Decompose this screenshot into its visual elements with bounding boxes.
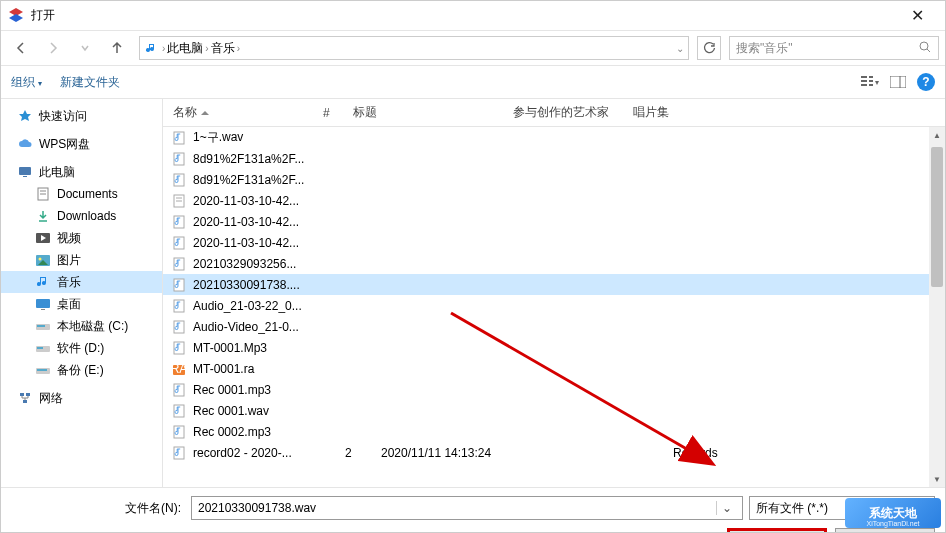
column-title[interactable]: 标题 <box>353 104 513 121</box>
column-headers: 名称 # 标题 参与创作的艺术家 唱片集 <box>163 99 945 127</box>
drive-icon <box>35 362 51 378</box>
scroll-up-icon[interactable]: ▲ <box>929 127 945 143</box>
file-row[interactable]: Rec 0001.mp3 <box>163 379 945 400</box>
file-row[interactable]: 8d91%2F131a%2F... <box>163 169 945 190</box>
sidebar-item-desktop[interactable]: 桌面 <box>1 293 162 315</box>
download-icon <box>35 208 51 224</box>
file-icon <box>171 319 187 335</box>
svg-rect-25 <box>41 309 45 310</box>
sidebar-item-downloads[interactable]: Downloads <box>1 205 162 227</box>
sidebar-item-wps[interactable]: WPS网盘 <box>1 133 162 155</box>
file-type-filter[interactable]: 所有文件 (*.*) ⌄ <box>749 496 935 520</box>
filename-history-dropdown[interactable]: ⌄ <box>716 501 736 515</box>
file-row[interactable]: 20210330091738.... <box>163 274 945 295</box>
chevron-down-icon: ⌄ <box>920 503 928 514</box>
filename-input[interactable]: 20210330091738.wav ⌄ <box>191 496 743 520</box>
breadcrumb-item[interactable]: 音乐 <box>211 40 235 57</box>
file-row[interactable]: Rec 0002.mp3 <box>163 421 945 442</box>
file-icon <box>171 130 187 146</box>
sidebar: 快速访问 WPS网盘 此电脑 Documents Downloads 视频 图片… <box>1 99 163 487</box>
file-row[interactable]: 8d91%2F131a%2F... <box>163 148 945 169</box>
file-icon <box>171 445 187 461</box>
column-album[interactable]: 唱片集 <box>633 104 733 121</box>
sidebar-item-pictures[interactable]: 图片 <box>1 249 162 271</box>
column-name[interactable]: 名称 <box>163 104 323 121</box>
recent-dropdown[interactable] <box>71 34 99 62</box>
file-row[interactable]: MT-0001.Mp3 <box>163 337 945 358</box>
help-button[interactable]: ? <box>917 73 935 91</box>
sidebar-item-videos[interactable]: 视频 <box>1 227 162 249</box>
svg-rect-14 <box>23 176 27 177</box>
file-row[interactable]: RAMT-0001.ra <box>163 358 945 379</box>
file-name: 20210329093256... <box>193 257 339 271</box>
open-button[interactable]: 打开(O)▾ <box>727 528 827 533</box>
file-name: Rec 0002.mp3 <box>193 425 339 439</box>
search-input[interactable]: 搜索"音乐" <box>729 36 939 60</box>
chevron-right-icon: › <box>205 43 208 54</box>
file-row[interactable]: Audio_21-03-22_0... <box>163 295 945 316</box>
filename-value: 20210330091738.wav <box>198 501 716 515</box>
forward-button[interactable] <box>39 34 67 62</box>
organize-menu[interactable]: 组织 ▾ <box>11 74 42 91</box>
window-title: 打开 <box>31 7 897 24</box>
scroll-down-icon[interactable]: ▼ <box>929 471 945 487</box>
sidebar-item-network[interactable]: 网络 <box>1 387 162 409</box>
network-icon <box>17 390 33 406</box>
close-button[interactable]: ✕ <box>897 6 937 25</box>
column-artist[interactable]: 参与创作的艺术家 <box>513 104 633 121</box>
chevron-right-icon: › <box>237 43 240 54</box>
sidebar-item-quick-access[interactable]: 快速访问 <box>1 105 162 127</box>
sidebar-item-disk-e[interactable]: 备份 (E:) <box>1 359 162 381</box>
file-name: Audio_21-03-22_0... <box>193 299 339 313</box>
preview-pane-button[interactable] <box>889 73 907 91</box>
scrollbar[interactable]: ▲ ▼ <box>929 127 945 487</box>
back-button[interactable] <box>7 34 35 62</box>
column-number[interactable]: # <box>323 106 353 120</box>
file-row[interactable]: record02 - 2020-...22020/11/11 14:13:24R… <box>163 442 945 463</box>
search-icon <box>918 40 932 57</box>
file-row[interactable]: 20210329093256... <box>163 253 945 274</box>
svg-marker-35 <box>201 111 209 115</box>
breadcrumb-item[interactable]: 此电脑 <box>167 40 203 57</box>
file-icon <box>171 193 187 209</box>
sidebar-item-this-pc[interactable]: 此电脑 <box>1 161 162 183</box>
sidebar-item-documents[interactable]: Documents <box>1 183 162 205</box>
view-options-button[interactable]: ▾ <box>861 73 879 91</box>
file-row[interactable]: 2020-11-03-10-42... <box>163 190 945 211</box>
svg-rect-4 <box>861 76 867 78</box>
breadcrumb-dropdown[interactable]: ⌄ <box>676 43 684 54</box>
svg-text:RA: RA <box>172 362 186 376</box>
file-row[interactable]: Rec 0001.wav <box>163 400 945 421</box>
sidebar-item-disk-c[interactable]: 本地磁盘 (C:) <box>1 315 162 337</box>
file-row[interactable]: 1~구.wav <box>163 127 945 148</box>
file-name: 8d91%2F131a%2F... <box>193 173 339 187</box>
cancel-button[interactable]: 取消 <box>835 528 935 533</box>
new-folder-button[interactable]: 新建文件夹 <box>60 74 120 91</box>
desktop-icon <box>35 296 51 312</box>
file-row[interactable]: Audio-Video_21-0... <box>163 316 945 337</box>
file-name: 2020-11-03-10-42... <box>193 215 339 229</box>
breadcrumb[interactable]: › 此电脑 › 音乐 › ⌄ <box>139 36 689 60</box>
svg-point-2 <box>920 42 928 50</box>
filename-label: 文件名(N): <box>11 500 181 517</box>
file-icon <box>171 214 187 230</box>
sidebar-item-disk-d[interactable]: 软件 (D:) <box>1 337 162 359</box>
file-name: MT-0001.ra <box>193 362 339 376</box>
svg-rect-34 <box>23 400 27 403</box>
scroll-thumb[interactable] <box>931 147 943 287</box>
file-icon <box>171 151 187 167</box>
file-list[interactable]: 1~구.wav8d91%2F131a%2F...8d91%2F131a%2F..… <box>163 127 945 487</box>
file-name: 20210330091738.... <box>193 278 339 292</box>
refresh-button[interactable] <box>697 36 721 60</box>
file-row[interactable]: 2020-11-03-10-42... <box>163 211 945 232</box>
file-icon <box>171 235 187 251</box>
svg-rect-24 <box>36 299 50 308</box>
file-name: Audio-Video_21-0... <box>193 320 339 334</box>
svg-rect-13 <box>19 167 31 175</box>
svg-rect-33 <box>26 393 30 396</box>
file-row[interactable]: 2020-11-03-10-42... <box>163 232 945 253</box>
sidebar-item-music[interactable]: 音乐 <box>1 271 162 293</box>
svg-rect-5 <box>861 80 867 82</box>
file-icon: RA <box>171 361 187 377</box>
up-button[interactable] <box>103 34 131 62</box>
